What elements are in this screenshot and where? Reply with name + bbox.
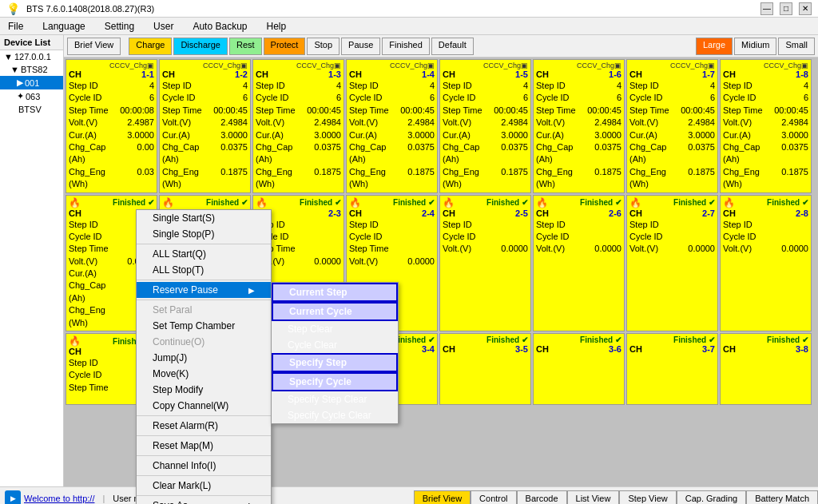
sidebar-item-btsv[interactable]: BTSV	[0, 103, 63, 116]
ctx-set-paral: Set Paral	[137, 302, 271, 318]
midium-btn[interactable]: Midium	[734, 38, 776, 55]
channel-2-6[interactable]: 🔥 Finished ✔ CH 2-6 Step ID Cycle ID Vol…	[533, 195, 625, 332]
submenu-current-step[interactable]: Current Step	[272, 283, 398, 302]
device-list-header: Device List	[0, 35, 63, 50]
reserve-pause-submenu: Current Step Current Cycle Step Clear Cy…	[271, 282, 399, 424]
submenu-specify-step-clear[interactable]: Specify Step Clear	[272, 391, 398, 407]
channel-1-7[interactable]: CCCV_Chg▣ CH 1-7 Step ID4 Cycle ID6 Step…	[626, 59, 718, 193]
submenu-specify-step[interactable]: Specify Step	[272, 353, 398, 372]
menu-help[interactable]: Help	[261, 19, 291, 34]
context-menu: Single Start(S) Single Stop(P) ALL Start…	[136, 209, 272, 504]
ctx-all-stop[interactable]: ALL Stop(T)	[137, 262, 271, 278]
ctx-single-stop[interactable]: Single Stop(P)	[137, 226, 271, 242]
close-button[interactable]: ✕	[799, 2, 812, 15]
sidebar-item-063[interactable]: ✦ 063	[0, 89, 63, 103]
ctx-reset-map[interactable]: Reset Map(M)	[137, 438, 271, 454]
expand-icon-bts82: ▼	[10, 65, 19, 74]
channel-1-6[interactable]: CCCV_Chg▣ CH 1-6 Step ID4 Cycle ID6 Step…	[533, 59, 625, 193]
menu-file[interactable]: File	[3, 19, 28, 34]
sidebar-item-001[interactable]: ▶ 001	[0, 76, 63, 89]
main-area: Device List ▼ 127.0.0.1 ▼ BTS82 ▶ 001 ✦ …	[0, 35, 818, 486]
brief-view-btn[interactable]: Brief View	[67, 38, 121, 55]
toolbar: Brief View Charge Discharge Rest Protect…	[64, 35, 818, 58]
ctx-copy-channel[interactable]: Copy Channel(W)	[137, 398, 271, 414]
submenu-specify-cycle[interactable]: Specify Cycle	[272, 372, 398, 391]
minimize-button[interactable]: —	[760, 2, 773, 15]
menu-bar: File Language Setting User Auto Backup H…	[0, 18, 818, 35]
channel-3-7[interactable]: Finished ✔ CH 3-7	[626, 333, 718, 405]
ctx-channel-info[interactable]: Channel Info(I)	[137, 458, 271, 474]
channel-2-8[interactable]: 🔥 Finished ✔ CH 2-8 Step ID Cycle ID Vol…	[720, 195, 812, 332]
channel-2-7[interactable]: 🔥 Finished ✔ CH 2-7 Step ID Cycle ID Vol…	[626, 195, 718, 332]
submenu-current-cycle[interactable]: Current Cycle	[272, 302, 398, 321]
submenu-specify-cycle-clear[interactable]: Specify Cycle Clear	[272, 407, 398, 423]
rest-btn[interactable]: Rest	[229, 38, 262, 55]
channel-1-4[interactable]: CCCV_Chg▣ CH 1-4 Step ID4 Cycle ID6 Step…	[346, 59, 438, 193]
menu-autobackup[interactable]: Auto Backup	[188, 19, 252, 34]
title-bar: 💡 BTS 7.6.0.1408(2018.08.27)(R3) — □ ✕	[0, 0, 818, 18]
channel-1-5[interactable]: CCCV_Chg▣ CH 1-5 Step ID4 Cycle ID6 Step…	[439, 59, 531, 193]
ctx-single-start[interactable]: Single Start(S)	[137, 210, 271, 226]
device-list-panel: Device List ▼ 127.0.0.1 ▼ BTS82 ▶ 001 ✦ …	[0, 35, 64, 486]
sidebar-item-ip[interactable]: ▼ 127.0.0.1	[0, 50, 63, 63]
default-btn[interactable]: Default	[431, 38, 474, 55]
channel-row-1: CCCV_Chg▣ CH 1-1 Step ID4 Cycle ID6 Step…	[66, 59, 816, 193]
ctx-reset-alarm[interactable]: Reset Alarm(R)	[137, 418, 271, 434]
channel-1-1[interactable]: CCCV_Chg▣ CH 1-1 Step ID4 Cycle ID6 Step…	[66, 59, 157, 193]
menu-setting[interactable]: Setting	[100, 19, 139, 34]
channel-3-5[interactable]: Finished ✔ CH 3-5	[439, 333, 531, 405]
expand-icon: ▼	[4, 52, 13, 62]
ctx-continue: Continue(O)	[137, 334, 271, 350]
barcode-status-btn[interactable]: Barcode	[517, 490, 567, 505]
ctx-clear-mark[interactable]: Clear Mark(L)	[137, 478, 271, 494]
ctx-all-start[interactable]: ALL Start(Q)	[137, 246, 271, 262]
list-view-status-btn[interactable]: List View	[567, 490, 620, 505]
ctx-reserve-pause[interactable]: Reserve Pause ▶ Current Step Current Cyc…	[137, 282, 271, 298]
status-bar: ▶ Welcome to http:// | User name: admin …	[0, 486, 818, 504]
channel-3-8[interactable]: Finished ✔ CH 3-8	[720, 333, 812, 405]
channel-2-5[interactable]: 🔥 Finished ✔ CH 2-5 Step ID Cycle ID Vol…	[439, 195, 531, 332]
ctx-set-temp-chamber[interactable]: Set Temp Chamber	[137, 318, 271, 334]
sidebar-item-bts82[interactable]: ▼ BTS82	[0, 63, 63, 76]
channel-1-2[interactable]: CCCV_Chg▣ CH 1-2 Step ID4 Cycle ID6 Step…	[159, 59, 251, 193]
menu-user[interactable]: User	[149, 19, 178, 34]
pause-btn[interactable]: Pause	[341, 38, 380, 55]
channel-1-3[interactable]: CCCV_Chg▣ CH 1-3 Step ID4 Cycle ID6 Step…	[252, 59, 344, 193]
submenu-step-clear[interactable]: Step Clear	[272, 321, 398, 337]
charge-btn[interactable]: Charge	[129, 38, 172, 55]
protect-btn[interactable]: Protect	[264, 38, 306, 55]
finished-btn[interactable]: Finished	[382, 38, 430, 55]
status-indicator[interactable]: ▶	[5, 490, 21, 505]
channel-1-8[interactable]: CCCV_Chg▣ CH 1-8 Step ID4 Cycle ID6 Step…	[720, 59, 812, 193]
cap-grading-status-btn[interactable]: Cap. Grading	[677, 490, 746, 505]
discharge-btn[interactable]: Discharge	[173, 38, 228, 55]
status-link[interactable]: Welcome to http://	[24, 494, 94, 503]
step-view-status-btn[interactable]: Step View	[619, 490, 676, 505]
large-btn[interactable]: Large	[696, 38, 733, 55]
brief-view-status-btn[interactable]: Brief View	[414, 490, 471, 505]
ctx-jump[interactable]: Jump(J)	[137, 350, 271, 366]
control-status-btn[interactable]: Control	[471, 490, 516, 505]
channel-3-6[interactable]: Finished ✔ CH 3-6	[533, 333, 625, 405]
battery-match-status-btn[interactable]: Battery Match	[746, 490, 818, 505]
ctx-save-as[interactable]: Save As ▶	[137, 498, 271, 504]
stop-btn[interactable]: Stop	[307, 38, 340, 55]
submenu-cycle-clear[interactable]: Cycle Clear	[272, 337, 398, 353]
small-btn[interactable]: Small	[778, 38, 815, 55]
window-title: BTS 7.6.0.1408(2018.08.27)(R3)	[26, 4, 154, 14]
ctx-step-modify[interactable]: Step Modify	[137, 382, 271, 398]
menu-language[interactable]: Language	[38, 19, 89, 34]
ctx-move[interactable]: Move(K)	[137, 366, 271, 382]
maximize-button[interactable]: □	[780, 2, 792, 15]
